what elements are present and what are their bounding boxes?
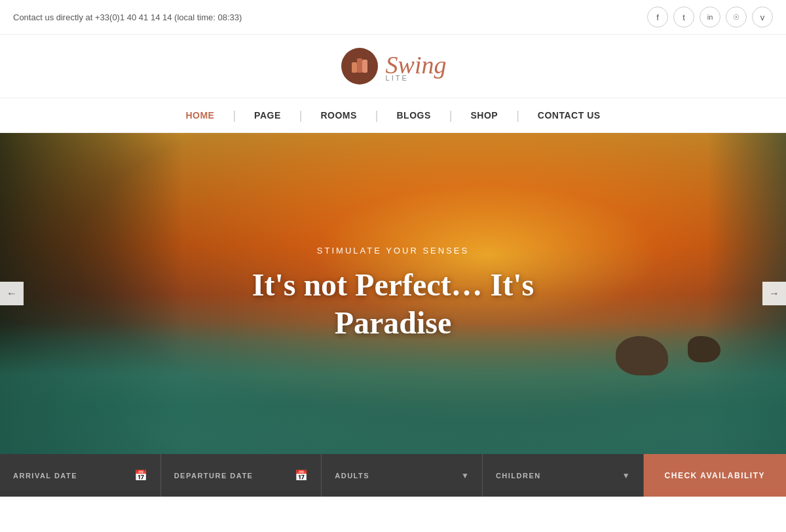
nav-blogs[interactable]: BLOGS xyxy=(379,98,449,132)
children-chevron-icon: ▼ xyxy=(622,471,630,480)
departure-date-field[interactable]: DEPARTURE DATE 📅 xyxy=(161,454,322,497)
twitter-icon[interactable]: t xyxy=(673,7,694,28)
nav-home[interactable]: HOME xyxy=(167,98,233,132)
nav-page[interactable]: PAGE xyxy=(236,98,299,132)
hero-prev-button[interactable]: ← xyxy=(0,282,24,305)
arrival-date-label: ARRIVAL DATE xyxy=(13,472,134,480)
logo-subtitle: LITE xyxy=(386,74,409,82)
social-icons-group: f t in ☉ v xyxy=(647,7,773,28)
facebook-icon[interactable]: f xyxy=(647,7,668,28)
logo[interactable]: Swing LITE xyxy=(340,47,447,86)
logo-icon xyxy=(340,47,379,86)
nav-bar: HOME | PAGE | ROOMS | BLOGS | SHOP | CON… xyxy=(0,98,786,133)
hero-section: ← → STIMULATE YOUR SENSES It's not Perfe… xyxy=(0,133,786,454)
adults-label: ADULTS xyxy=(335,472,461,480)
hero-subtitle: STIMULATE YOUR SENSES xyxy=(252,246,534,256)
hero-next-button[interactable]: → xyxy=(762,282,786,305)
instagram-icon[interactable]: ☉ xyxy=(726,7,747,28)
nav-contact[interactable]: CONTACT US xyxy=(519,98,619,132)
linkedin-icon[interactable]: in xyxy=(700,7,720,28)
contact-info: Contact us directly at +33(0)1 40 41 14 … xyxy=(13,12,242,22)
departure-date-label: DEPARTURE DATE xyxy=(174,472,295,480)
nav-shop[interactable]: SHOP xyxy=(452,98,516,132)
vimeo-icon[interactable]: v xyxy=(752,7,773,28)
adults-select[interactable]: ADULTS ▼ xyxy=(322,454,483,497)
calendar-icon-departure: 📅 xyxy=(295,469,308,482)
arrival-date-field[interactable]: ARRIVAL DATE 📅 xyxy=(0,454,161,497)
adults-chevron-icon: ▼ xyxy=(461,471,469,480)
logo-area: Swing LITE xyxy=(0,35,786,98)
svg-rect-3 xyxy=(362,60,367,73)
nav-rooms[interactable]: ROOMS xyxy=(302,98,375,132)
children-label: CHILDREN xyxy=(496,472,622,480)
children-select[interactable]: CHILDREN ▼ xyxy=(483,454,644,497)
top-bar: Contact us directly at +33(0)1 40 41 14 … xyxy=(0,0,786,35)
calendar-icon-arrival: 📅 xyxy=(134,469,147,482)
hero-title: It's not Perfect… It'sParadise xyxy=(252,266,534,341)
hero-text-block: STIMULATE YOUR SENSES It's not Perfect… … xyxy=(252,246,534,341)
svg-rect-2 xyxy=(352,62,357,73)
booking-bar: ARRIVAL DATE 📅 DEPARTURE DATE 📅 ADULTS ▼… xyxy=(0,454,786,497)
check-availability-button[interactable]: CHECK AVAILABILITY xyxy=(644,454,786,497)
svg-rect-1 xyxy=(357,58,362,73)
